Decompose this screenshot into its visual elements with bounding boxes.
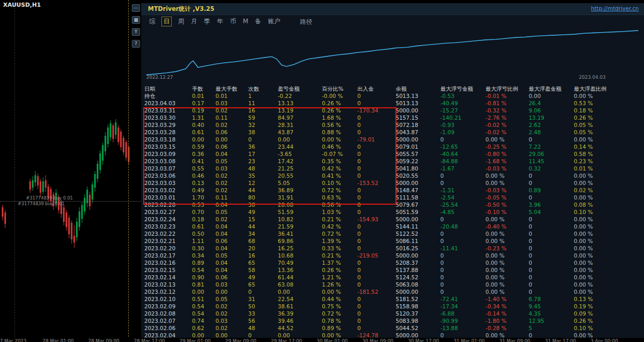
table-row: 2023.02.120.000.0000.000.00 %-181.525000…: [144, 288, 641, 295]
column-header: 余额: [395, 85, 440, 92]
tab-M[interactable]: M: [242, 18, 249, 25]
column-header: 日期: [144, 85, 192, 92]
time-axis-label: 27 Mar 2023: [0, 338, 26, 342]
table-row: 2023.02.130.810.036563.081.26 %05063.080…: [144, 281, 641, 288]
table-row: 2023.03.280.610.063843.870.88 %05043.87-…: [144, 129, 641, 136]
table-row: 2023.02.070.740.035639.460.78 %05083.98-…: [144, 317, 641, 324]
path-label[interactable]: 路径: [300, 18, 312, 26]
column-header: 最大手数: [215, 85, 248, 92]
time-axis-label: 29 Mar 09:00: [225, 338, 256, 342]
equity-curve: [146, 28, 638, 80]
table-row: 2023.02.150.540.045813.360.26 %05137.880…: [144, 266, 641, 274]
table-row: 2023.03.060.460.023520.550.41 %05020.550…: [144, 172, 641, 179]
column-header: 出入金: [357, 85, 395, 92]
help-button[interactable]: ?: [132, 40, 140, 48]
equity-start-date: 2022.12.27: [146, 75, 173, 80]
side-buttons: —▦Y?: [132, 4, 141, 48]
table-row: 2023.03.290.400.023228.310.56 %05072.18-…: [144, 121, 641, 129]
time-axis: 27 Mar 202328 Mar 01:0028 Mar 09:0028 Ma…: [0, 338, 644, 342]
symbol-timeframe-label: XAUUSD,H1: [3, 2, 41, 8]
stats-table: 日期手数最大手数次数盈亏金额百分比%出入金余额最大浮亏金额最大浮亏比例最大浮盈金…: [144, 85, 641, 338]
mtdriver-panel: MTDriver统计 ,V3.25 http://mtdriver.cn 综日周…: [141, 3, 644, 338]
table-row: 2023.02.140.900.064961.441.21 %05124.520…: [144, 274, 641, 281]
table-header-row: 日期手数最大手数次数盈亏金额百分比%出入金余额最大浮亏金额最大浮亏比例最大浮盈金…: [144, 85, 641, 92]
table-row: 2023.02.230.610.044421.590.42 %05144.11-…: [144, 223, 641, 230]
table-row: 2023.03.011.700.118031.910.63 %05111.58-…: [144, 194, 641, 201]
time-axis-label: 30 Mar 09:00: [362, 338, 393, 342]
table-row: 2023.03.310.190.021613.190.26 %-170.3450…: [144, 107, 641, 114]
table-row: 2023.02.200.300.042016.250.33 %05016.25-…: [144, 245, 641, 252]
table-row: 2023.04.030.170.031113.130.26 %05013.13-…: [144, 99, 641, 107]
candlestick-chart: [0, 0, 141, 342]
price-chart: XAUUSD,H1 #31774839 buy 0.01 #31774839 b…: [0, 0, 141, 342]
table-row: 2023.03.180.000.0000.000.00 %-79.015000.…: [144, 136, 641, 143]
table-row: 2023.02.280.530.043828.080.56 %05079.67-…: [144, 201, 641, 208]
time-axis-label: 29 Mar 17:00: [271, 338, 302, 342]
tab-年[interactable]: 年: [216, 17, 224, 26]
time-axis-label: 28 Mar 01:00: [43, 338, 74, 342]
time-axis-label: 30 Mar 01:00: [317, 338, 348, 342]
tab-月[interactable]: 月: [190, 17, 198, 26]
table-row: 2023.03.020.490.024436.890.72 %05148.47-…: [144, 187, 641, 194]
column-header: 最大浮亏金额: [441, 85, 486, 92]
table-row: 2023.03.070.550.034821.250.42 %05041.80-…: [144, 165, 641, 172]
table-row: 2023.03.301.310.115984.971.68 %05157.15-…: [144, 114, 641, 121]
table-row: 2023.02.211.110.066869.861.39 %05086.110…: [144, 237, 641, 245]
table-row: 2023.02.240.180.021510.820.21 %-154.9350…: [144, 216, 641, 223]
calendar-button[interactable]: ▦: [132, 16, 140, 24]
column-header: 最大浮盈比例: [574, 85, 641, 92]
table-row: 2023.02.090.540.025038.610.75 %05158.98-…: [144, 303, 641, 310]
tab-备[interactable]: 备: [254, 17, 262, 26]
minimize-button[interactable]: —: [132, 4, 140, 12]
table-row: 2023.02.160.890.046570.491.37 %05208.370…: [144, 259, 641, 266]
time-axis-label: 28 Mar 17:00: [134, 338, 165, 342]
time-axis-label: 30 Mar 17:00: [408, 338, 439, 342]
column-header: 百分比%: [322, 85, 357, 92]
table-row: 2023.03.150.590.063623.440.46 %05079.01-…: [144, 143, 641, 150]
tab-账户[interactable]: 账户: [267, 17, 281, 26]
time-axis-label: 29 Mar 01:00: [180, 338, 211, 342]
column-header: 最大浮盈金额: [529, 85, 574, 92]
time-axis-label: 31 Mar 09:00: [499, 338, 530, 342]
vertical-marker-line: [128, 0, 129, 342]
panel-header: MTDriver统计 ,V3.25 http://mtdriver.cn: [141, 3, 644, 15]
table-row: 2023.02.170.340.051610.680.21 %-219.0550…: [144, 252, 641, 259]
table-row: 2023.02.100.510.053122.540.44 %05181.52-…: [144, 295, 641, 303]
tab-bar: 综日周月季年币M备账户: [148, 16, 281, 27]
table-row: 2023.02.080.540.023336.390.72 %05120.37-…: [144, 310, 641, 317]
panel-title: MTDriver统计 ,V3.25: [148, 5, 214, 13]
mt4-window: XAUUSD,H1 #31774839 buy 0.01 #31774839 b…: [0, 0, 644, 342]
tab-币[interactable]: 币: [229, 17, 237, 26]
table-row: 2023.02.220.500.043436.410.72 %05122.520…: [144, 230, 641, 237]
table-row: 2023.03.090.360.0417-3.65-0.07 %05055.57…: [144, 150, 641, 158]
column-header: 盈亏金额: [278, 85, 322, 92]
time-axis-label: 28 Mar 09:00: [88, 338, 119, 342]
y-scale-button[interactable]: Y: [132, 28, 140, 36]
tab-季[interactable]: 季: [203, 17, 211, 26]
table-row: 2023.02.270.700.054951.591.03 %05051.59-…: [144, 208, 641, 216]
equity-end-date: 2023.04.03: [579, 75, 606, 80]
table-row: 持仓0.010.011-0.22-0.00 %05013.13-0.53-0.0…: [144, 92, 641, 99]
time-axis-label: 31 Mar 01:00: [454, 338, 485, 342]
table-row: 2023.02.060.620.024844.520.89 %05044.52-…: [144, 324, 641, 332]
time-axis-label: 3 Apr 00:00: [591, 338, 618, 342]
table-row: 2023.02.040.000.0000.000.00 %-124.785000…: [144, 332, 641, 338]
position-label: #31774839 buy 0.01: [26, 195, 73, 201]
table-row: 2023.03.030.130.02125.050.10 %-153.52500…: [144, 179, 641, 187]
tab-周[interactable]: 周: [177, 17, 185, 26]
position-label: #31774839 buy 0.01: [18, 201, 65, 206]
column-header: 手数: [192, 85, 215, 92]
tab-综[interactable]: 综: [148, 17, 156, 26]
equity-chart: 2022.12.27 2023.04.03: [141, 27, 642, 82]
time-axis-label: 31 Mar 17:00: [545, 338, 576, 342]
stats-table-wrap: 日期手数最大手数次数盈亏金额百分比%出入金余额最大浮亏金额最大浮亏比例最大浮盈金…: [144, 85, 644, 338]
column-header: 次数: [248, 85, 278, 92]
tab-日[interactable]: 日: [161, 17, 172, 26]
table-row: 2023.03.080.410.052317.420.35 %05059.22-…: [144, 158, 641, 165]
mtdriver-link[interactable]: http://mtdriver.cn: [591, 5, 639, 11]
column-header: 最大浮亏比例: [486, 85, 529, 92]
